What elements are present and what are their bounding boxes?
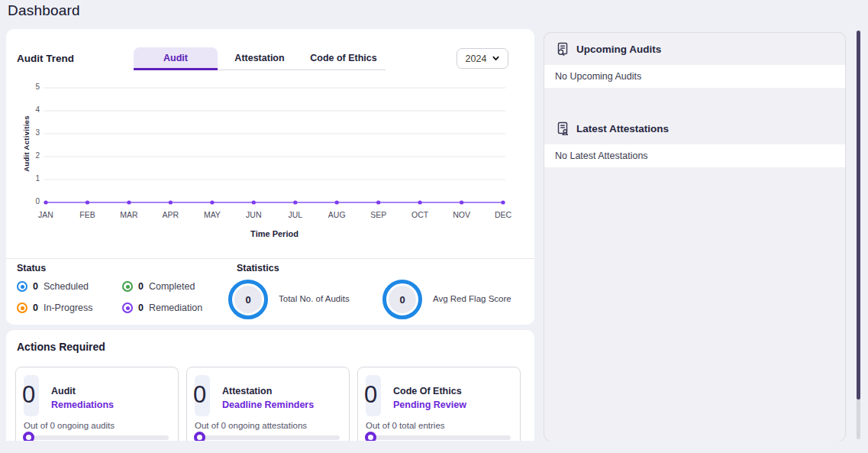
- upcoming-audits-header: Upcoming Audits: [544, 33, 845, 65]
- x-tick: MAR: [120, 210, 137, 219]
- y-tick: 0: [17, 197, 40, 205]
- upcoming-audits-empty-text: No Upcoming Audits: [555, 71, 641, 82]
- avg-red-flag-value: 0: [389, 286, 416, 313]
- right-panel: Upcoming Audits No Upcoming Audits Lates…: [544, 32, 846, 442]
- card-caption: Out of 0 total entries: [366, 421, 445, 430]
- x-tick: OCT: [411, 210, 428, 219]
- completed-count: 0: [138, 281, 144, 292]
- progress-knob: [365, 432, 376, 441]
- status-item-completed: 0 Completed: [122, 281, 195, 292]
- audit-trend-tabs: Audit Attestation Code of Ethics: [134, 47, 386, 70]
- progress-knob: [194, 432, 205, 441]
- remediation-count: 0: [138, 303, 144, 313]
- statistics-title: Statistics: [237, 263, 279, 273]
- latest-attestations-title: Latest Attestations: [576, 123, 669, 134]
- y-tick: 1: [17, 174, 40, 183]
- y-tick: 5: [17, 83, 40, 91]
- x-axis-title: Time Period: [44, 229, 505, 238]
- x-tick: AUG: [328, 210, 346, 219]
- pending-review-link[interactable]: Pending Review: [393, 400, 466, 410]
- year-dropdown[interactable]: 2024: [457, 48, 508, 69]
- avg-red-flag-label: Avg Red Flag Score: [433, 294, 511, 303]
- x-tick: SEP: [370, 210, 386, 219]
- card-category: Code Of Ethics: [393, 386, 462, 396]
- scrollbar-thumb[interactable]: [857, 31, 860, 400]
- audit-trend-chart: [44, 86, 505, 205]
- progress-knob: [23, 432, 34, 441]
- x-tick: JUL: [288, 210, 302, 219]
- upcoming-audits-title: Upcoming Audits: [576, 44, 661, 55]
- latest-attestations-empty-text: No Latest Attestations: [555, 150, 648, 161]
- pending-review-count: 0: [364, 381, 377, 409]
- code-of-ethics-pending-card[interactable]: 0 Code Of Ethics Pending Review Out of 0…: [357, 367, 521, 441]
- card-category: Attestation: [222, 386, 272, 396]
- progress-bar: [24, 435, 169, 440]
- status-item-in-progress: 0 In-Progress: [17, 303, 93, 313]
- completed-label: Completed: [149, 281, 195, 292]
- total-audits-label: Total No. of Audits: [279, 294, 350, 303]
- divider: [6, 258, 534, 259]
- tab-code-of-ethics[interactable]: Code of Ethics: [302, 47, 386, 70]
- tab-attestation[interactable]: Attestation: [218, 47, 302, 70]
- audit-trend-card: Audit Trend Audit Attestation Code of Et…: [6, 29, 534, 325]
- remediation-label: Remediation: [149, 303, 202, 313]
- x-tick: JAN: [38, 210, 53, 219]
- in-progress-label: In-Progress: [44, 303, 93, 313]
- status-item-remediation: 0 Remediation: [122, 303, 202, 313]
- audit-trend-title: Audit Trend: [17, 53, 74, 64]
- scheduled-status-icon: [17, 281, 27, 292]
- remediation-status-icon: [122, 303, 133, 313]
- tab-audit[interactable]: Audit: [134, 47, 218, 70]
- x-tick: JUN: [246, 210, 261, 219]
- deadline-reminders-count: 0: [193, 381, 206, 409]
- chevron-down-icon: [492, 55, 499, 62]
- scheduled-label: Scheduled: [44, 281, 89, 292]
- total-audits-circle: 0: [228, 280, 268, 319]
- total-audits-value: 0: [234, 286, 262, 313]
- y-tick: 4: [17, 105, 40, 114]
- status-title: Status: [17, 263, 46, 273]
- card-caption: Out of 0 ongoing audits: [24, 421, 115, 430]
- year-dropdown-value: 2024: [466, 53, 487, 64]
- status-item-scheduled: 0 Scheduled: [17, 281, 89, 292]
- remediations-link[interactable]: Remediations: [51, 400, 114, 410]
- actions-required-card: Actions Required 0 Audit Remediations Ou…: [6, 330, 534, 441]
- x-tick: FEB: [79, 210, 95, 219]
- document-person-icon: [555, 121, 570, 136]
- upcoming-audits-empty-row: No Upcoming Audits: [544, 65, 845, 88]
- panel-gap: [544, 88, 845, 112]
- in-progress-status-icon: [17, 303, 27, 313]
- page-title: Dashboard: [8, 2, 80, 19]
- y-axis-title: Audit Activities: [22, 115, 31, 172]
- x-tick: MAY: [204, 210, 221, 219]
- audit-remediations-count: 0: [22, 381, 35, 409]
- audit-remediations-card[interactable]: 0 Audit Remediations Out of 0 ongoing au…: [15, 367, 179, 441]
- completed-status-icon: [122, 281, 133, 292]
- scheduled-count: 0: [33, 281, 38, 292]
- deadline-reminders-link[interactable]: Deadline Reminders: [222, 400, 314, 410]
- latest-attestations-empty-row: No Latest Attestations: [544, 144, 845, 167]
- latest-attestations-header: Latest Attestations: [544, 112, 845, 144]
- document-search-icon: [555, 41, 570, 57]
- card-category: Audit: [51, 386, 76, 396]
- card-caption: Out of 0 ongoing attestations: [195, 421, 307, 430]
- x-tick: DEC: [495, 210, 511, 219]
- x-tick: APR: [163, 210, 179, 219]
- progress-bar: [366, 435, 511, 440]
- bottom-strip: [0, 441, 868, 453]
- avg-red-flag-circle: 0: [382, 280, 422, 319]
- actions-required-title: Actions Required: [17, 341, 105, 353]
- progress-bar: [195, 435, 340, 440]
- attestation-deadline-card[interactable]: 0 Attestation Deadline Reminders Out of …: [186, 367, 350, 441]
- in-progress-count: 0: [33, 303, 38, 313]
- x-tick: NOV: [453, 210, 470, 219]
